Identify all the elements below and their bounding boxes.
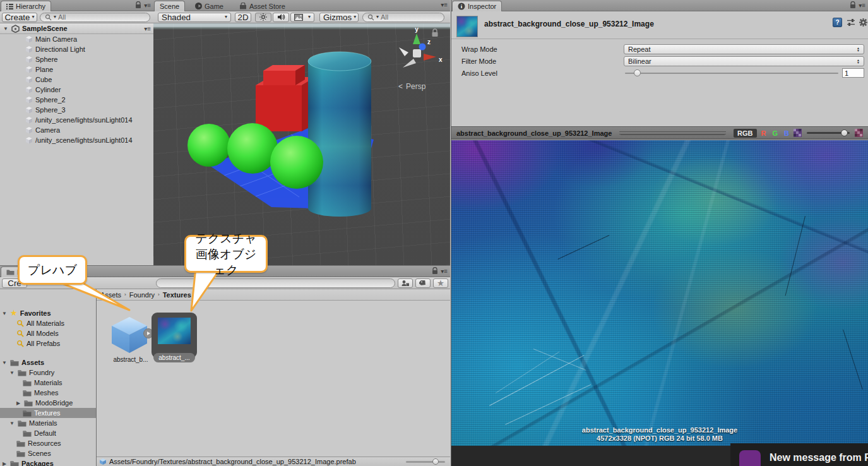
tree-item-scenes[interactable]: Scenes	[0, 448, 96, 458]
hierarchy-search-input[interactable]: ▾ All	[40, 13, 150, 22]
projection-label[interactable]: < Persp	[398, 82, 426, 91]
sphere-2-object[interactable]	[227, 123, 278, 174]
notification-toast[interactable]: New message from Re	[730, 443, 868, 466]
breadcrumb-assets[interactable]: Assets	[100, 291, 121, 299]
project-search-input[interactable]	[156, 278, 395, 288]
lock-icon[interactable]	[850, 1, 856, 9]
channel-b-button[interactable]: B	[782, 129, 791, 137]
create-button[interactable]: Create▾	[2, 13, 37, 22]
tree-item-modobridge[interactable]: ▶ModoBridge	[0, 398, 96, 408]
tree-item-resources[interactable]: Resources	[0, 438, 96, 448]
filter-mode-dropdown[interactable]: Bilinear ▲▼	[624, 56, 864, 66]
lock-icon[interactable]	[135, 1, 141, 9]
tab-inspector[interactable]: i Inspector	[452, 1, 502, 11]
panel-menu-icon[interactable]: ▾≡	[144, 2, 151, 9]
viewport-lock-icon[interactable]	[432, 29, 438, 37]
mip-checker-icon[interactable]	[794, 129, 802, 137]
gizmos-dropdown[interactable]: Gizmos▾	[319, 13, 359, 22]
help-icon[interactable]: ?	[833, 18, 842, 27]
panel-menu-icon[interactable]: ▾≡	[441, 268, 448, 275]
scene-viewport[interactable]: y z x < Persp	[153, 23, 450, 265]
favorite-search-button[interactable]: ★	[433, 278, 448, 288]
asset-prefab-item[interactable]: abstract_b...	[108, 313, 153, 371]
tree-item-meshes[interactable]: Meshes	[0, 388, 96, 398]
foldout-arrow-icon[interactable]: ▼	[1, 311, 8, 316]
presets-icon[interactable]	[847, 18, 855, 27]
scratch-line	[505, 385, 591, 425]
channel-r-button[interactable]: R	[759, 129, 768, 137]
cylinder-object[interactable]	[308, 52, 371, 217]
mip-slider[interactable]	[807, 132, 850, 134]
texture-preview-image[interactable]: abstract_background_close_up_953212_Imag…	[451, 140, 868, 446]
scene-orientation-gizmo[interactable]: y z x	[399, 26, 443, 68]
hierarchy-item[interactable]: Cylinder	[0, 85, 153, 95]
foldout-arrow-icon[interactable]: ▶	[1, 461, 8, 466]
aniso-value-field[interactable]: 1	[842, 68, 864, 78]
hierarchy-item[interactable]: Sphere_2	[0, 95, 153, 105]
wrap-mode-dropdown[interactable]: Repeat ▲▼	[624, 44, 864, 54]
scratch-line	[496, 352, 559, 393]
tree-item-foundry[interactable]: ▼Foundry	[0, 367, 96, 378]
folder-icon	[23, 379, 32, 386]
hierarchy-item[interactable]: Sphere_3	[0, 105, 153, 115]
foldout-arrow-icon[interactable]: ▼	[9, 421, 15, 426]
tree-item-materials[interactable]: Materials	[0, 378, 96, 388]
foldout-arrow-icon[interactable]: ▼	[9, 370, 15, 376]
slider-handle[interactable]	[432, 458, 439, 465]
scene-audio-button[interactable]	[273, 13, 289, 22]
hierarchy-item[interactable]: Directional Light	[0, 44, 153, 54]
draw-mode-dropdown[interactable]: Shaded▾	[158, 13, 231, 22]
mip-checker-icon[interactable]	[855, 129, 863, 137]
tab-asset-store[interactable]: Asset Store	[234, 1, 290, 11]
panel-menu-icon[interactable]: ▾≡	[859, 2, 865, 9]
tree-item-materials-2[interactable]: ▼Materials	[0, 418, 96, 428]
hierarchy-item[interactable]: Plane	[0, 64, 153, 75]
favorites-item[interactable]: All Prefabs	[0, 338, 96, 349]
foldout-arrow-icon[interactable]: ▼	[3, 26, 9, 32]
breadcrumb-foundry[interactable]: Foundry	[129, 291, 155, 299]
tab-game[interactable]: Game	[190, 1, 229, 11]
tree-item-default[interactable]: Default	[0, 428, 96, 438]
tree-item-packages[interactable]: ▶Packages	[0, 458, 96, 466]
tree-item-textures[interactable]: Textures	[0, 408, 96, 418]
gear-icon[interactable]	[859, 18, 867, 27]
favorites-item[interactable]: All Materials	[0, 318, 96, 328]
scene-effects-button[interactable]: ▾	[290, 13, 314, 22]
thumbnail-size-slider[interactable]	[406, 461, 445, 463]
tree-item-assets[interactable]: ▼Assets	[0, 357, 96, 367]
hierarchy-item[interactable]: /unity_scene/lights/sunLight014	[0, 115, 153, 125]
channel-rgb-button[interactable]: RGB	[734, 129, 756, 138]
scene-root-row[interactable]: ▼ SampleScene ▾≡	[0, 23, 153, 34]
drag-handle-icon[interactable]	[619, 131, 726, 134]
dropdown-caret-icon: ▾	[32, 15, 35, 20]
slider-handle[interactable]	[841, 129, 848, 136]
sphere-object[interactable]	[187, 124, 230, 167]
tab-hierarchy[interactable]: Hierarchy	[1, 1, 51, 11]
cube-object[interactable]	[256, 65, 316, 131]
scene-lighting-button[interactable]	[255, 13, 271, 22]
hierarchy-item[interactable]: Cube	[0, 75, 153, 85]
selected-asset-icon	[99, 458, 107, 465]
aniso-slider[interactable]	[625, 73, 838, 74]
lock-icon[interactable]	[432, 267, 438, 275]
sphere-3-object[interactable]	[270, 136, 323, 189]
breadcrumb-textures[interactable]: Textures	[163, 291, 191, 299]
hierarchy-item[interactable]: Camera	[0, 125, 153, 135]
favorites-header[interactable]: ▼★Favorites	[0, 308, 96, 318]
panel-menu-icon[interactable]: ▾≡	[441, 1, 448, 8]
search-by-type-button[interactable]	[398, 278, 413, 288]
hierarchy-item[interactable]: Sphere	[0, 54, 153, 64]
scene-menu-icon[interactable]: ▾≡	[144, 25, 151, 32]
search-by-label-button[interactable]	[415, 278, 431, 288]
foldout-arrow-icon[interactable]: ▶	[15, 400, 21, 406]
favorites-item[interactable]: All Models	[0, 328, 96, 338]
hierarchy-item[interactable]: Main Camera	[0, 34, 153, 44]
channel-g-button[interactable]: G	[770, 129, 780, 137]
asset-texture-item[interactable]: abstract_...	[152, 311, 197, 372]
toggle-2d-button[interactable]: 2D	[235, 13, 251, 22]
slider-handle[interactable]	[634, 69, 641, 76]
tab-scene[interactable]: Scene	[154, 1, 185, 11]
scene-search-input[interactable]: ▾ All	[362, 13, 444, 22]
foldout-arrow-icon[interactable]: ▼	[1, 360, 8, 366]
hierarchy-item[interactable]: /unity_scene/lights/sunLight014	[0, 135, 153, 145]
